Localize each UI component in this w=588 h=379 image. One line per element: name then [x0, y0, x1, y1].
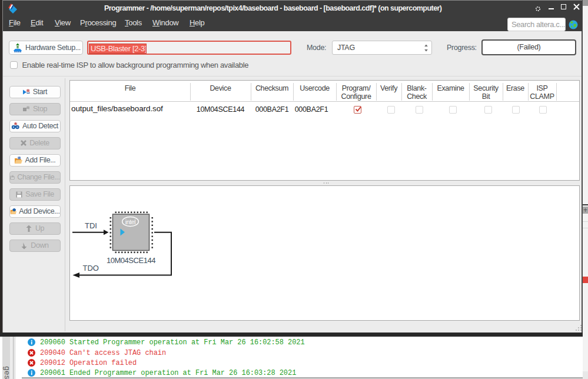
svg-text:TDO: TDO [83, 264, 99, 272]
svg-text:10M04SCE144: 10M04SCE144 [107, 256, 155, 265]
svg-text:TDI: TDI [85, 221, 97, 230]
svg-text:intel: intel [125, 218, 135, 225]
